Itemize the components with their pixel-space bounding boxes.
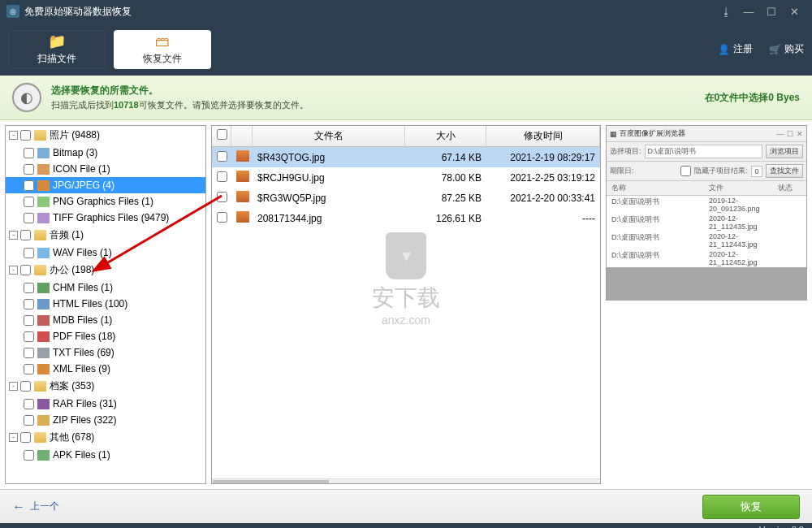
- tree-checkbox[interactable]: [24, 197, 34, 207]
- preview-search-button[interactable]: 查找文件: [766, 164, 803, 178]
- recover-button[interactable]: 恢复: [702, 495, 800, 519]
- tree-item[interactable]: -照片 (9488): [6, 126, 205, 145]
- tree-item[interactable]: HTML Files (100): [6, 296, 205, 312]
- tree-item[interactable]: MDB Files (1): [6, 312, 205, 328]
- file-list-body[interactable]: $R43QTOG.jpg67.14 KB2021-2-19 08:29:17$R…: [212, 147, 600, 478]
- tree-checkbox[interactable]: [24, 180, 34, 191]
- header-size[interactable]: 大小: [405, 126, 486, 146]
- tree-checkbox[interactable]: [24, 213, 34, 223]
- filetype-icon: [37, 450, 50, 461]
- tree-checkbox[interactable]: [24, 315, 34, 326]
- buy-link[interactable]: 🛒 购买: [769, 42, 804, 56]
- filetype-icon: [37, 283, 50, 293]
- tree-checkbox[interactable]: [20, 130, 31, 141]
- tree-item[interactable]: PDF Files (18): [6, 328, 205, 344]
- tree-checkbox[interactable]: [24, 450, 34, 461]
- expand-toggle-icon[interactable]: -: [9, 131, 18, 140]
- category-tree[interactable]: -照片 (9488)Bitmap (3)ICON File (1)JPG/JPE…: [5, 125, 206, 484]
- preview-hide-checkbox[interactable]: [680, 166, 691, 176]
- tree-item[interactable]: TXT Files (69): [6, 344, 205, 361]
- file-row[interactable]: $RCJH9GU.jpg78.00 KB2021-2-25 03:19:12: [212, 167, 600, 188]
- preview-count-field[interactable]: 0: [751, 166, 762, 177]
- tree-item[interactable]: -其他 (678): [6, 428, 205, 447]
- preview-path-field[interactable]: D:\桌面\说明书: [645, 145, 762, 158]
- expand-toggle-icon[interactable]: -: [9, 266, 18, 275]
- tree-item[interactable]: ZIP Files (322): [6, 412, 205, 428]
- tree-checkbox[interactable]: [20, 265, 31, 275]
- tree-checkbox[interactable]: [20, 381, 31, 392]
- tree-item[interactable]: -音频 (1): [6, 226, 205, 245]
- filetype-icon: [37, 315, 50, 326]
- file-size: 78.00 KB: [405, 171, 486, 185]
- tree-checkbox[interactable]: [24, 164, 34, 175]
- tab-recover-label: 恢复文件: [143, 52, 182, 66]
- preview-row[interactable]: D:\桌面\说明书2019-12-20_091236.png: [607, 196, 806, 214]
- instruction-subtitle: 扫描完成后找到10718可恢复文件。请预览并选择要恢复的文件。: [51, 99, 309, 111]
- tree-item[interactable]: -档案 (353): [6, 377, 205, 396]
- window-controls: ⭳ — ☐ ✕: [715, 3, 806, 19]
- file-list-panel: 文件名 大小 修改时间 $R43QTOG.jpg67.14 KB2021-2-1…: [211, 125, 601, 484]
- tree-checkbox[interactable]: [24, 248, 34, 258]
- tree-item[interactable]: XML Files (9): [6, 361, 205, 377]
- tree-checkbox[interactable]: [24, 364, 34, 374]
- tree-checkbox[interactable]: [24, 299, 34, 309]
- file-row[interactable]: $RG3WQ5P.jpg87.25 KB2021-2-20 00:33:41: [212, 188, 600, 208]
- filetype-icon: [37, 331, 50, 342]
- tree-checkbox[interactable]: [20, 432, 31, 443]
- tree-checkbox[interactable]: [24, 283, 34, 293]
- tree-checkbox[interactable]: [24, 415, 34, 426]
- tree-item-label: APK Files (1): [53, 449, 110, 461]
- filetype-icon: [37, 399, 50, 409]
- file-row[interactable]: 208171344.jpg126.61 KB----: [212, 208, 600, 228]
- preview-row[interactable]: D:\桌面\说明书2020-12-21_112435.jpg: [607, 214, 806, 232]
- close-button[interactable]: ✕: [783, 3, 806, 19]
- horizontal-scrollbar[interactable]: [212, 478, 600, 483]
- tree-item[interactable]: Bitmap (3): [6, 145, 205, 161]
- tree-item[interactable]: WAV Files (1): [6, 245, 205, 261]
- tree-checkbox[interactable]: [24, 331, 34, 342]
- preview-row[interactable]: D:\桌面\说明书2020-12-21_112452.jpg: [607, 249, 806, 267]
- expand-toggle-icon[interactable]: -: [9, 433, 18, 442]
- maximize-button[interactable]: ☐: [760, 3, 783, 19]
- previous-button[interactable]: ← 上一个: [12, 500, 59, 514]
- tree-item[interactable]: TIFF Graphics Files (9479): [6, 210, 205, 226]
- preview-row[interactable]: D:\桌面\说明书2020-12-21_112443.jpg: [607, 232, 806, 249]
- pv-min-icon[interactable]: —: [776, 130, 784, 138]
- preview-browse-button[interactable]: 浏览项目: [766, 145, 803, 158]
- pv-close-icon[interactable]: ✕: [797, 130, 803, 138]
- folder-icon: 📁: [48, 32, 66, 50]
- tree-item[interactable]: CHM Files (1): [6, 279, 205, 296]
- file-size: 87.25 KB: [405, 191, 486, 206]
- tree-checkbox[interactable]: [24, 348, 34, 358]
- tree-item[interactable]: PNG Graphics Files (1): [6, 193, 205, 210]
- header-date[interactable]: 修改时间: [486, 126, 600, 146]
- tree-item[interactable]: JPG/JPEG (4): [6, 177, 205, 193]
- download-icon[interactable]: ⭳: [715, 3, 737, 19]
- expand-toggle-icon[interactable]: -: [9, 382, 18, 391]
- tab-recover-files[interactable]: 🗃 恢复文件: [114, 30, 211, 69]
- header-filename[interactable]: 文件名: [253, 126, 405, 146]
- file-checkbox[interactable]: [217, 171, 227, 182]
- file-checkbox[interactable]: [217, 212, 227, 223]
- tree-item[interactable]: ICON File (1): [6, 161, 205, 177]
- file-checkbox[interactable]: [217, 192, 227, 202]
- cart-icon: 🛒: [769, 44, 781, 55]
- tree-item[interactable]: APK Files (1): [6, 447, 205, 463]
- tree-item[interactable]: -办公 (198): [6, 261, 205, 279]
- minimize-button[interactable]: —: [737, 3, 760, 19]
- preview-list[interactable]: D:\桌面\说明书2019-12-20_091236.pngD:\桌面\说明书2…: [607, 196, 806, 267]
- file-name: $RG3WQ5P.jpg: [253, 191, 405, 206]
- tree-checkbox[interactable]: [20, 230, 31, 240]
- file-checkbox[interactable]: [217, 151, 227, 162]
- pv-max-icon[interactable]: ☐: [787, 130, 793, 138]
- tree-item[interactable]: RAR Files (31): [6, 396, 205, 412]
- register-link[interactable]: 👤 注册: [718, 42, 753, 56]
- shield-icon: ▾: [386, 232, 426, 279]
- tree-checkbox[interactable]: [24, 148, 34, 158]
- tab-scan-files[interactable]: 📁 扫描文件: [8, 30, 106, 69]
- header-checkbox-col[interactable]: [212, 126, 231, 146]
- expand-toggle-icon[interactable]: -: [9, 231, 18, 240]
- tree-checkbox[interactable]: [24, 399, 34, 409]
- recover-icon: 🗃: [155, 33, 170, 50]
- file-row[interactable]: $R43QTOG.jpg67.14 KB2021-2-19 08:29:17: [212, 147, 600, 167]
